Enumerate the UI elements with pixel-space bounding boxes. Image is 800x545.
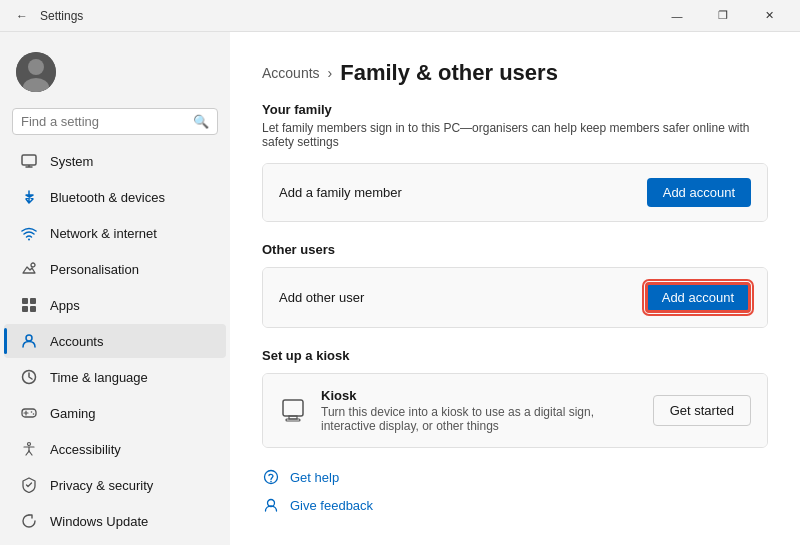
kiosk-icon bbox=[279, 397, 307, 425]
kiosk-section: Set up a kiosk Kiosk Turn this device in… bbox=[262, 348, 768, 448]
close-button[interactable]: ✕ bbox=[746, 0, 792, 32]
minimize-button[interactable]: — bbox=[654, 0, 700, 32]
svg-rect-11 bbox=[30, 306, 36, 312]
svg-point-1 bbox=[28, 59, 44, 75]
sidebar-label-apps: Apps bbox=[50, 298, 80, 313]
your-family-section: Your family Let family members sign in t… bbox=[262, 102, 768, 222]
sidebar-item-privacy[interactable]: Privacy & security bbox=[4, 468, 226, 502]
sidebar: 🔍 System Bluetooth & devices bbox=[0, 32, 230, 545]
get-help-label: Get help bbox=[290, 470, 339, 485]
get-help-icon bbox=[262, 468, 280, 486]
kiosk-get-started-button[interactable]: Get started bbox=[653, 395, 751, 426]
sidebar-label-privacy: Privacy & security bbox=[50, 478, 153, 493]
sidebar-label-network: Network & internet bbox=[50, 226, 157, 241]
sidebar-item-system[interactable]: System bbox=[4, 144, 226, 178]
kiosk-section-title: Set up a kiosk bbox=[262, 348, 768, 363]
search-icon: 🔍 bbox=[193, 114, 209, 129]
add-family-account-button[interactable]: Add account bbox=[647, 178, 751, 207]
svg-rect-3 bbox=[22, 155, 36, 165]
content-area: Accounts › Family & other users Your fam… bbox=[230, 32, 800, 545]
sidebar-label-system: System bbox=[50, 154, 93, 169]
breadcrumb-separator: › bbox=[328, 65, 333, 81]
add-family-card: Add a family member Add account bbox=[262, 163, 768, 222]
back-button[interactable]: ← bbox=[8, 2, 36, 30]
accounts-icon bbox=[20, 332, 38, 350]
sidebar-item-personalisation[interactable]: Personalisation bbox=[4, 252, 226, 286]
breadcrumb: Accounts › Family & other users bbox=[262, 60, 768, 86]
sidebar-item-accounts[interactable]: Accounts bbox=[4, 324, 226, 358]
svg-rect-10 bbox=[22, 306, 28, 312]
svg-point-6 bbox=[28, 239, 30, 241]
add-other-user-label: Add other user bbox=[279, 290, 645, 305]
other-users-title: Other users bbox=[262, 242, 768, 257]
svg-point-18 bbox=[33, 413, 35, 415]
sidebar-label-personalisation: Personalisation bbox=[50, 262, 139, 277]
other-users-section: Other users Add other user Add account bbox=[262, 242, 768, 328]
privacy-icon bbox=[20, 476, 38, 494]
app-body: 🔍 System Bluetooth & devices bbox=[0, 32, 800, 545]
add-other-user-row: Add other user Add account bbox=[263, 268, 767, 327]
footer-links: Get help Give feedback bbox=[262, 468, 768, 514]
system-icon bbox=[20, 152, 38, 170]
svg-point-12 bbox=[26, 335, 32, 341]
your-family-desc: Let family members sign in to this PC—or… bbox=[262, 121, 768, 149]
sidebar-item-network[interactable]: Network & internet bbox=[4, 216, 226, 250]
kiosk-text: Kiosk Turn this device into a kiosk to u… bbox=[321, 388, 639, 433]
breadcrumb-parent[interactable]: Accounts bbox=[262, 65, 320, 81]
svg-point-7 bbox=[31, 263, 35, 267]
search-input[interactable] bbox=[21, 114, 193, 129]
get-help-link[interactable]: Get help bbox=[262, 468, 768, 486]
kiosk-row: Kiosk Turn this device into a kiosk to u… bbox=[263, 374, 767, 447]
apps-icon bbox=[20, 296, 38, 314]
search-box[interactable]: 🔍 bbox=[12, 108, 218, 135]
sidebar-label-time: Time & language bbox=[50, 370, 148, 385]
give-feedback-label: Give feedback bbox=[290, 498, 373, 513]
svg-rect-9 bbox=[30, 298, 36, 304]
sidebar-item-accessibility[interactable]: Accessibility bbox=[4, 432, 226, 466]
time-icon bbox=[20, 368, 38, 386]
maximize-button[interactable]: ❐ bbox=[700, 0, 746, 32]
avatar bbox=[16, 52, 56, 92]
bluetooth-icon bbox=[20, 188, 38, 206]
breadcrumb-current: Family & other users bbox=[340, 60, 558, 86]
sidebar-label-update: Windows Update bbox=[50, 514, 148, 529]
user-avatar-section bbox=[0, 40, 230, 104]
svg-point-24 bbox=[270, 481, 272, 483]
svg-rect-20 bbox=[283, 400, 303, 416]
sidebar-item-gaming[interactable]: Gaming bbox=[4, 396, 226, 430]
sidebar-item-bluetooth[interactable]: Bluetooth & devices bbox=[4, 180, 226, 214]
svg-point-19 bbox=[28, 443, 31, 446]
kiosk-card: Kiosk Turn this device into a kiosk to u… bbox=[262, 373, 768, 448]
sidebar-label-bluetooth: Bluetooth & devices bbox=[50, 190, 165, 205]
title-bar: ← Settings — ❐ ✕ bbox=[0, 0, 800, 32]
add-other-user-card: Add other user Add account bbox=[262, 267, 768, 328]
svg-rect-22 bbox=[286, 419, 300, 421]
personalisation-icon bbox=[20, 260, 38, 278]
sidebar-label-gaming: Gaming bbox=[50, 406, 96, 421]
window-controls: — ❐ ✕ bbox=[654, 0, 792, 32]
give-feedback-link[interactable]: Give feedback bbox=[262, 496, 768, 514]
network-icon bbox=[20, 224, 38, 242]
sidebar-item-update[interactable]: Windows Update bbox=[4, 504, 226, 538]
svg-rect-8 bbox=[22, 298, 28, 304]
sidebar-item-apps[interactable]: Apps bbox=[4, 288, 226, 322]
add-other-account-button[interactable]: Add account bbox=[645, 282, 751, 313]
sidebar-item-time[interactable]: Time & language bbox=[4, 360, 226, 394]
add-family-label: Add a family member bbox=[279, 185, 647, 200]
your-family-title: Your family bbox=[262, 102, 768, 117]
kiosk-item-desc: Turn this device into a kiosk to use as … bbox=[321, 405, 639, 433]
sidebar-label-accounts: Accounts bbox=[50, 334, 103, 349]
kiosk-item-title: Kiosk bbox=[321, 388, 639, 403]
update-icon bbox=[20, 512, 38, 530]
sidebar-label-accessibility: Accessibility bbox=[50, 442, 121, 457]
add-family-row: Add a family member Add account bbox=[263, 164, 767, 221]
accessibility-icon bbox=[20, 440, 38, 458]
app-title: Settings bbox=[40, 9, 83, 23]
gaming-icon bbox=[20, 404, 38, 422]
give-feedback-icon bbox=[262, 496, 280, 514]
svg-point-17 bbox=[31, 411, 33, 413]
